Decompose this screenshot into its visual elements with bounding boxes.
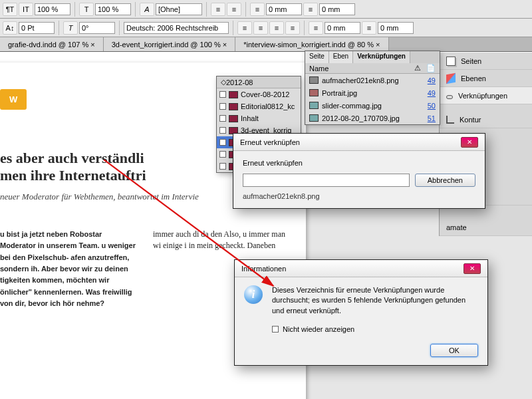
indd-icon xyxy=(229,115,238,122)
relink-filename: aufmacher021ekn8.png xyxy=(243,192,475,200)
thumb-icon xyxy=(309,114,319,122)
dialog-title: Erneut verknüpfen xyxy=(240,138,300,146)
justify2-icon[interactable]: ≡ xyxy=(253,21,268,35)
info-dialog: Informationen✕ i Dieses Verzeichnis für … xyxy=(234,259,488,366)
links-icon xyxy=(446,95,453,99)
book-row-label: Inhalt xyxy=(241,114,259,122)
close-icon[interactable]: ✕ xyxy=(464,263,481,274)
row-checkbox[interactable] xyxy=(219,151,226,158)
ok-button[interactable]: OK xyxy=(430,344,478,357)
book-title: ◇ xyxy=(221,78,226,86)
zoom2-input[interactable]: 100 % xyxy=(95,3,131,15)
tab-seite[interactable]: Seite xyxy=(305,51,329,63)
doc-tab-3[interactable]: *interview-simon_korrigiert.indd @ 80 % … xyxy=(235,37,388,51)
rotate-icon[interactable]: T xyxy=(63,21,78,35)
thumb-icon xyxy=(309,89,319,96)
link-row[interactable]: aufmacher021ekn8.png49 xyxy=(305,74,440,86)
deg-input[interactable]: 0° xyxy=(79,22,115,34)
dialog-title: Informationen xyxy=(241,265,286,273)
panel-seiten[interactable]: Seiten xyxy=(440,53,532,70)
close-icon[interactable]: ✕ xyxy=(461,137,478,148)
space-icon[interactable]: ≡ xyxy=(309,21,323,35)
panel-verknuepfungen[interactable]: Verknüpfungen xyxy=(440,87,532,104)
justify-icon[interactable]: ≡ xyxy=(237,21,252,35)
page-col-icon: 📄 xyxy=(426,64,436,72)
mm2-input[interactable]: 0 mm xyxy=(325,22,360,34)
kontur-icon xyxy=(446,116,454,124)
layers-icon xyxy=(446,72,456,83)
language-select[interactable]: Deutsch: 2006 Rechtschreib xyxy=(124,22,229,34)
links-panel-tabs: Seite Eben Verknüpfungen xyxy=(305,51,440,63)
zoom-input[interactable]: 100 % xyxy=(35,3,70,15)
book-row[interactable]: Cover-08-2012 xyxy=(217,88,301,100)
thumb-icon xyxy=(309,76,319,84)
mm3-input[interactable]: 0 mm xyxy=(378,22,414,34)
relink-path-input[interactable] xyxy=(243,174,410,187)
panel-ebenen[interactable]: Ebenen xyxy=(440,70,532,87)
pt-input[interactable]: 0 Pt xyxy=(19,22,55,34)
row-checkbox[interactable] xyxy=(219,91,226,98)
doc-tab-1[interactable]: grafie-dvd.indd @ 107 % × xyxy=(0,37,104,51)
baseline-icon[interactable]: A↕ xyxy=(3,21,17,35)
format-toolbar-1: ¶T IT 100 % T 100 % A [Ohne] ≡ ≡ ≡ 0 mm … xyxy=(0,0,532,19)
relink-label: Erneut verknüpfen xyxy=(243,159,475,167)
justify3-icon[interactable]: ≡ xyxy=(269,21,284,35)
panel-kontur[interactable]: Kontur xyxy=(440,111,532,128)
row-checkbox[interactable] xyxy=(219,127,226,134)
indd-icon xyxy=(229,91,238,98)
dont-show-checkbox[interactable] xyxy=(272,326,279,332)
panel-amate[interactable]: amate xyxy=(440,219,532,236)
book-row-label: Editorial0812_kc xyxy=(241,102,295,110)
indd-icon xyxy=(229,103,238,110)
tracking-icon[interactable]: IT xyxy=(19,3,33,16)
info-icon: i xyxy=(244,285,263,304)
tab-ebenen[interactable]: Eben xyxy=(329,51,353,63)
char-style-icon[interactable]: ¶T xyxy=(3,3,17,16)
row-checkbox[interactable] xyxy=(219,139,226,146)
thumb-icon xyxy=(309,102,319,109)
align-icon[interactable]: ≡ xyxy=(227,3,241,16)
book-row-label: Cover-08-2012 xyxy=(241,90,289,98)
link-row[interactable]: slider-commag.jpg50 xyxy=(305,99,440,112)
type-tool-icon[interactable]: T xyxy=(79,3,94,16)
paragraph-style-select[interactable]: [Ohne] xyxy=(156,3,202,15)
pages-icon xyxy=(446,57,456,66)
list-icon[interactable]: ≡ xyxy=(211,3,225,16)
dont-show-label: Nicht wieder anzeigen xyxy=(283,325,354,333)
w-button[interactable]: W xyxy=(0,89,27,110)
justify4-icon[interactable]: ≡ xyxy=(285,21,300,35)
space2-icon[interactable]: ≡ xyxy=(362,21,376,35)
row-checkbox[interactable] xyxy=(219,163,226,170)
format-toolbar-2: A↕ 0 Pt T 0° Deutsch: 2006 Rechtschreib … xyxy=(0,19,532,37)
row-checkbox[interactable] xyxy=(219,103,226,110)
relink-dialog: Erneut verknüpfen✕ Erneut verknüpfen Abb… xyxy=(233,133,485,209)
document-tabs: grafie-dvd.indd @ 107 % × 3d-event_korri… xyxy=(0,37,532,52)
indent2-icon[interactable]: ≡ xyxy=(303,3,318,16)
book-row[interactable]: Inhalt xyxy=(217,112,301,124)
cancel-button[interactable]: Abbrechen xyxy=(415,174,475,187)
tab-verknuepfungen[interactable]: Verknüpfungen xyxy=(353,51,410,63)
links-panel: Seite Eben Verknüpfungen Name⚠📄 aufmache… xyxy=(305,51,440,125)
links-header: Name⚠📄 xyxy=(305,63,440,74)
info-message: Dieses Verzeichnis für erneute Verknüpfu… xyxy=(272,285,478,316)
link-row[interactable]: 2012-08-20_170709.jpg51 xyxy=(305,112,440,124)
row-checkbox[interactable] xyxy=(219,115,226,122)
body-col-1: u bist ja jetzt neben Robostar Moderator… xyxy=(0,229,140,310)
indent-icon[interactable]: ≡ xyxy=(250,3,265,16)
mm0-input[interactable]: 0 mm xyxy=(266,3,302,15)
mm1-input[interactable]: 0 mm xyxy=(319,3,355,15)
book-row[interactable]: Editorial0812_kc xyxy=(217,100,301,112)
font-style-icon[interactable]: A xyxy=(140,3,154,16)
doc-tab-2[interactable]: 3d-event_korrigiert.indd @ 100 % × xyxy=(104,37,236,51)
warning-icon: ⚠ xyxy=(414,64,421,72)
link-row[interactable]: Portrait.jpg49 xyxy=(305,86,440,99)
